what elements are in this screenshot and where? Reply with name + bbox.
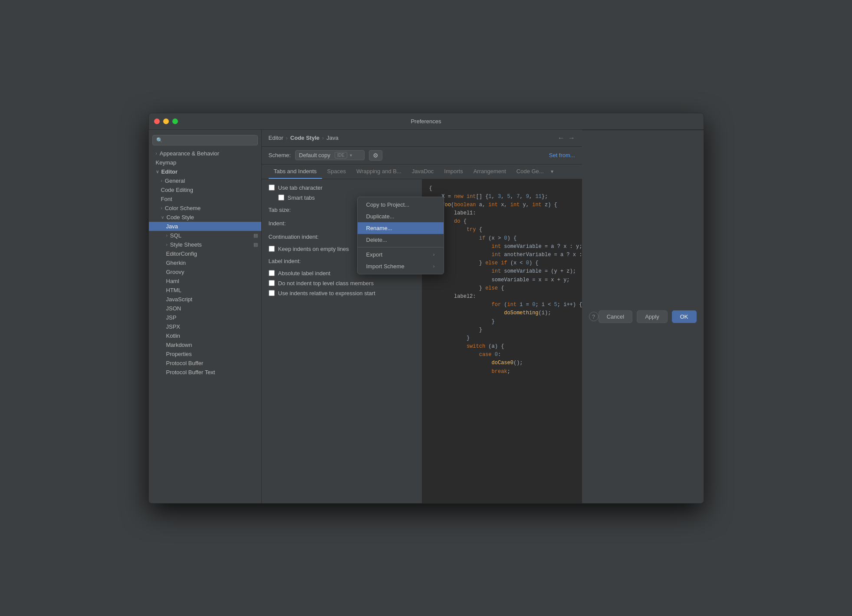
- menu-item-import-scheme[interactable]: Import Scheme ›: [358, 260, 444, 272]
- forward-arrow[interactable]: →: [568, 134, 575, 142]
- tab-spaces[interactable]: Spaces: [322, 165, 351, 179]
- sidebar-item-groovy[interactable]: Groovy: [149, 267, 261, 277]
- minimize-button[interactable]: [163, 119, 169, 124]
- menu-item-duplicate[interactable]: Duplicate...: [358, 211, 444, 222]
- apply-button[interactable]: Apply: [637, 310, 668, 323]
- sidebar-item-java[interactable]: Java: [149, 222, 261, 231]
- dialog-title: Preferences: [411, 118, 441, 125]
- scheme-select[interactable]: Default copy IDE ▾: [295, 150, 365, 160]
- sidebar-item-label: JSP: [166, 314, 177, 321]
- code-token: ,: [510, 193, 516, 201]
- code-token: new: [454, 193, 464, 201]
- code-token: y,: [520, 201, 532, 209]
- code-token: [429, 276, 492, 284]
- code-line: try {: [429, 226, 575, 234]
- code-token: (x <: [507, 259, 526, 267]
- tab-tabs-and-indents[interactable]: Tabs and Indents: [269, 165, 322, 179]
- gear-button[interactable]: ⚙: [369, 150, 382, 161]
- sidebar-item-label: Haml: [166, 278, 179, 284]
- code-line: case 0:: [429, 351, 575, 359]
- breadcrumb-java: Java: [326, 135, 338, 141]
- code-line: do {: [429, 217, 575, 226]
- sidebar-item-general[interactable]: › General: [149, 176, 261, 185]
- sidebar-item-color-scheme[interactable]: › Color Scheme: [149, 204, 261, 213]
- sidebar-item-appearance-behavior[interactable]: › Appearance & Behavior: [149, 149, 261, 158]
- sidebar-item-editor[interactable]: ∨ Editor: [149, 167, 261, 176]
- sidebar-item-haml[interactable]: Haml: [149, 277, 261, 286]
- keep-indents-label: Keep indents on empty lines: [278, 246, 349, 252]
- sidebar-item-gherkin[interactable]: Gherkin: [149, 258, 261, 267]
- code-token: ) {: [529, 259, 539, 267]
- absolute-label-indent-checkbox[interactable]: [269, 270, 275, 276]
- sidebar-item-editorconfig[interactable]: EditorConfig: [149, 249, 261, 258]
- bottom-right: Cancel Apply OK: [599, 310, 697, 323]
- sidebar-item-label: SQL: [170, 232, 181, 239]
- close-button[interactable]: [154, 119, 160, 124]
- sidebar-item-json[interactable]: JSON: [149, 304, 261, 313]
- tab-wrapping[interactable]: Wrapping and B...: [351, 165, 407, 179]
- bottom-bar: ? Cancel Apply OK: [582, 130, 704, 503]
- code-line: } else if (x < 0) {: [429, 259, 575, 267]
- maximize-button[interactable]: [172, 119, 178, 124]
- preferences-body: Scheme: Default copy IDE ▾ ⚙ Set from...…: [262, 147, 582, 503]
- tab-imports[interactable]: Imports: [439, 165, 468, 179]
- menu-item-rename[interactable]: Rename...: [358, 222, 444, 234]
- menu-item-export[interactable]: Export ›: [358, 249, 444, 260]
- sidebar-item-label: General: [165, 178, 185, 184]
- sidebar-item-label: Keymap: [156, 159, 177, 166]
- sidebar-item-protocol-buffer-text[interactable]: Protocol Buffer Text: [149, 368, 261, 377]
- help-button[interactable]: ?: [589, 312, 599, 321]
- sidebar-item-properties[interactable]: Properties: [149, 349, 261, 359]
- sidebar-item-markdown[interactable]: Markdown: [149, 340, 261, 349]
- sidebar-item-style-sheets[interactable]: › Style Sheets ▤: [149, 240, 261, 249]
- search-input[interactable]: [165, 137, 254, 143]
- code-token: }: [429, 334, 470, 343]
- code-token: ,: [501, 193, 507, 201]
- sidebar-item-label: JavaScript: [166, 296, 193, 303]
- no-indent-top-level-label: Do not indent top level class members: [278, 280, 374, 287]
- tabs-overflow-button[interactable]: ▾: [549, 165, 555, 178]
- menu-item-delete[interactable]: Delete...: [358, 234, 444, 246]
- chevron-right-icon: ›: [166, 233, 168, 238]
- menu-item-copy-to-project[interactable]: Copy to Project...: [358, 199, 444, 211]
- sidebar-item-html[interactable]: HTML: [149, 286, 261, 295]
- menu-item-label: Export: [366, 251, 383, 258]
- code-line: }: [429, 318, 575, 326]
- search-box[interactable]: 🔍: [152, 135, 258, 145]
- use-tab-character-row: Use tab character: [269, 184, 415, 191]
- smart-tabs-checkbox[interactable]: [278, 194, 284, 201]
- sidebar-item-kotlin[interactable]: Kotlin: [149, 331, 261, 340]
- sidebar-item-keymap[interactable]: Keymap: [149, 158, 261, 167]
- ok-button[interactable]: OK: [672, 310, 697, 323]
- code-token: (i);: [539, 309, 551, 317]
- no-indent-top-level-checkbox[interactable]: [269, 280, 275, 286]
- tab-arrangement[interactable]: Arrangement: [468, 165, 511, 179]
- window-controls: [154, 119, 178, 124]
- sidebar-item-code-editing[interactable]: Code Editing: [149, 185, 261, 194]
- sidebar-item-jsp[interactable]: JSP: [149, 313, 261, 322]
- sidebar-item-font[interactable]: Font: [149, 194, 261, 204]
- code-token: switch: [467, 343, 485, 351]
- use-tab-character-checkbox[interactable]: [269, 184, 275, 191]
- code-token: =: [445, 193, 454, 201]
- code-token: 0: [504, 234, 507, 243]
- cancel-button[interactable]: Cancel: [599, 310, 632, 323]
- code-line: label2:: [429, 293, 575, 301]
- set-from-link[interactable]: Set from...: [549, 152, 575, 158]
- sidebar-item-javascript[interactable]: JavaScript: [149, 295, 261, 304]
- breadcrumb-sep1: ›: [286, 135, 287, 141]
- code-token: int: [507, 301, 517, 309]
- tab-code-gen[interactable]: Code Ge...: [511, 165, 549, 179]
- use-indents-relative-checkbox[interactable]: [269, 290, 275, 296]
- submenu-arrow-icon: ›: [433, 252, 435, 257]
- sidebar-item-label: Java: [166, 223, 178, 230]
- keep-indents-checkbox[interactable]: [269, 246, 275, 252]
- sidebar-item-sql[interactable]: › SQL ▤: [149, 231, 261, 240]
- tab-javadoc[interactable]: JavaDoc: [407, 165, 439, 179]
- breadcrumb-sep2: ›: [322, 135, 324, 141]
- sidebar-item-code-style[interactable]: ∨ Code Style: [149, 213, 261, 222]
- back-arrow[interactable]: ←: [558, 134, 565, 142]
- code-token: int: [492, 251, 501, 259]
- sidebar-item-jspx[interactable]: JSPX: [149, 322, 261, 331]
- sidebar-item-protocol-buffer[interactable]: Protocol Buffer: [149, 359, 261, 368]
